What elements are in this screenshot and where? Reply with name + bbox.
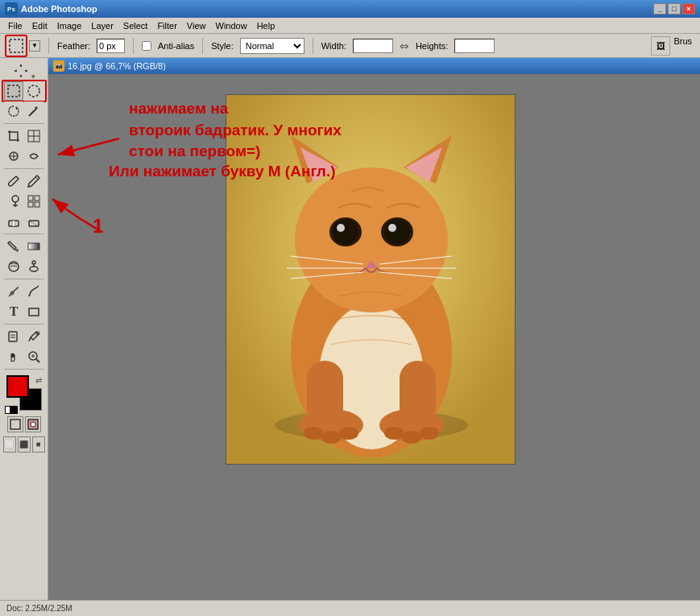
title-bar: Ps Adobe Photoshop _ □ × <box>0 0 700 18</box>
rect-marquee-tool[interactable] <box>4 81 23 101</box>
blur-tool[interactable] <box>4 257 23 276</box>
svg-point-70 <box>321 431 341 444</box>
compact-mode-button[interactable]: ◾ <box>32 436 45 453</box>
svg-point-28 <box>30 267 38 271</box>
menu-edit[interactable]: Edit <box>27 18 52 33</box>
tool-row-13 <box>4 327 43 346</box>
freeform-pen-tool[interactable] <box>24 282 43 301</box>
menu-layer[interactable]: Layer <box>86 18 118 33</box>
menu-view[interactable]: View <box>182 18 211 33</box>
svg-rect-20 <box>28 202 33 207</box>
annotation-text-2: Или нажимает букву М (Англ.) <box>109 163 336 180</box>
stamp-tool[interactable] <box>4 192 23 211</box>
tool-sep-5 <box>4 324 44 325</box>
menu-window[interactable]: Window <box>211 18 252 33</box>
fullscreen-button[interactable]: ⬛ <box>18 436 31 453</box>
edit-mode-buttons <box>7 416 41 432</box>
bg-eraser-tool[interactable] <box>24 212 43 231</box>
annotation-line-3: стои на первом=) <box>129 141 342 163</box>
document-canvas: нажимаем на второик бадратик. У многих с… <box>48 74 700 600</box>
dodge-tool[interactable] <box>24 257 43 276</box>
number-annotation: 1 <box>93 215 103 238</box>
toolbar: ▾ <box>0 58 48 600</box>
move-tool-arrow: ▾ <box>31 61 36 81</box>
crop-tool[interactable] <box>4 126 23 146</box>
tool-sep-2 <box>4 168 44 169</box>
close-button[interactable]: × <box>682 3 695 14</box>
tool-row-1: ▾ <box>11 61 36 81</box>
canvas-area: 📷 16.jpg @ 66,7% (RGB/8) <box>48 58 700 600</box>
svg-line-36 <box>29 337 31 341</box>
move-tool[interactable] <box>11 61 31 81</box>
color-swatch[interactable]: ⇌ <box>6 375 42 411</box>
separator-4 <box>313 38 313 54</box>
svg-rect-23 <box>12 221 15 226</box>
svg-point-59 <box>388 224 396 232</box>
menu-file[interactable]: File <box>3 18 27 33</box>
magic-wand-tool[interactable] <box>24 101 43 121</box>
svg-rect-33 <box>9 332 17 341</box>
swap-colors-icon[interactable] <box>10 406 18 414</box>
slice-tool[interactable] <box>24 126 43 146</box>
text-tool[interactable]: T <box>4 302 23 321</box>
pattern-stamp-tool[interactable] <box>24 192 43 211</box>
svg-point-58 <box>337 224 345 232</box>
antialias-checkbox[interactable] <box>142 41 151 51</box>
svg-point-74 <box>420 427 439 440</box>
svg-point-69 <box>304 427 323 440</box>
menu-image[interactable]: Image <box>52 18 87 33</box>
brush-tool[interactable] <box>4 172 23 191</box>
eyedropper-tool[interactable] <box>24 327 43 346</box>
swap-arrow-icon[interactable]: ⇌ <box>35 376 42 385</box>
tool-options-expand[interactable]: ▼ <box>29 40 40 52</box>
menu-select[interactable]: Select <box>118 18 153 33</box>
svg-point-71 <box>339 427 358 440</box>
fullscreen-with-menu-button[interactable]: ⬜ <box>3 436 16 453</box>
app-title: Adobe Photoshop <box>21 4 653 14</box>
foreground-color[interactable] <box>6 375 29 398</box>
lasso-tool[interactable] <box>4 101 23 121</box>
maximize-button[interactable]: □ <box>668 3 681 14</box>
selected-tool-indicator <box>5 35 27 57</box>
svg-line-4 <box>29 109 36 116</box>
feather-label: Feather: <box>57 41 90 51</box>
zoom-tool[interactable] <box>24 347 43 366</box>
separator-1 <box>48 38 49 54</box>
separator-2 <box>133 38 134 54</box>
style-select[interactable]: Normal Fixed Ratio Fixed Size <box>240 38 304 54</box>
width-input[interactable] <box>353 39 393 53</box>
gradient-tool[interactable] <box>24 237 43 256</box>
notes-tool[interactable] <box>4 327 23 346</box>
feather-input[interactable] <box>97 39 125 53</box>
marquee-tool-icon <box>8 38 24 54</box>
menu-help[interactable]: Help <box>252 18 280 33</box>
pen-tool[interactable] <box>4 282 23 301</box>
options-icon-1[interactable]: 🖼 <box>651 36 670 56</box>
quick-mask-button[interactable] <box>25 416 41 432</box>
window-controls: _ □ × <box>653 3 695 14</box>
style-label: Style: <box>211 41 234 51</box>
text-tool-icon: T <box>10 304 19 319</box>
ellipse-marquee-tool[interactable] <box>24 81 43 101</box>
height-input[interactable] <box>454 39 495 53</box>
annotation-line-2: второик бадратик. У многих <box>129 120 342 142</box>
hand-tool[interactable] <box>4 347 23 366</box>
svg-rect-21 <box>35 202 39 207</box>
shape-tool[interactable] <box>24 302 43 321</box>
fill-tool[interactable] <box>4 237 23 256</box>
svg-point-2 <box>28 85 39 97</box>
antialias-label: Anti-alias <box>158 41 194 51</box>
eraser-tool[interactable] <box>4 212 23 231</box>
menu-bar: File Edit Image Layer Select Filter View… <box>0 18 700 34</box>
heal-tool[interactable] <box>4 147 23 166</box>
svg-rect-1 <box>8 85 19 97</box>
svg-point-73 <box>402 431 421 444</box>
svg-rect-75 <box>307 361 343 425</box>
menu-filter[interactable]: Filter <box>152 18 181 33</box>
patch-tool[interactable] <box>24 147 43 166</box>
annotation-line-1: нажимаем на <box>129 98 342 120</box>
standard-mode-button[interactable] <box>7 416 23 432</box>
pencil-tool[interactable] <box>24 172 43 191</box>
screen-mode-buttons: ⬜ ⬛ ◾ <box>3 436 45 453</box>
minimize-button[interactable]: _ <box>653 3 666 14</box>
